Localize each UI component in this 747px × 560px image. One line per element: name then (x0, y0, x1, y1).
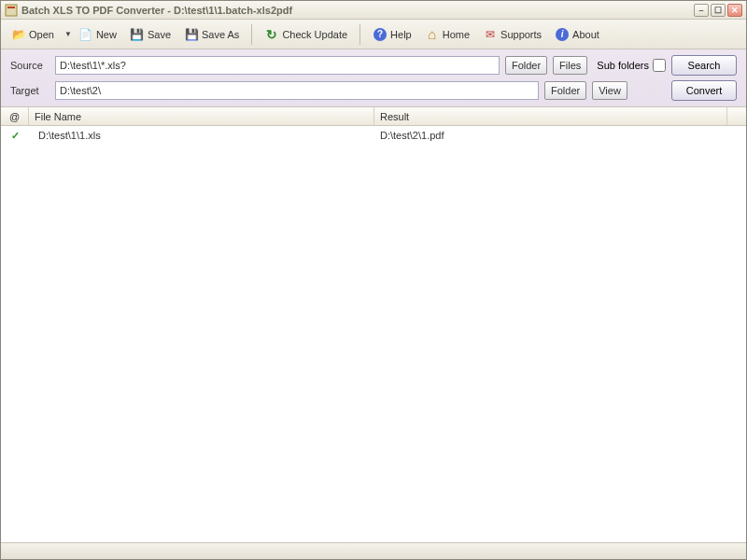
title-bar: Batch XLS TO PDF Converter - D:\test\1\1… (1, 1, 746, 20)
col-header-end (727, 107, 746, 125)
toolbar-separator (359, 24, 360, 45)
source-files-button[interactable]: Files (553, 56, 587, 75)
about-icon (555, 27, 570, 42)
new-button[interactable]: New (74, 24, 121, 45)
home-label: Home (443, 29, 470, 40)
update-icon (264, 27, 279, 42)
search-button[interactable]: Search (671, 55, 737, 76)
new-label: New (96, 29, 117, 40)
col-header-result[interactable]: Result (374, 107, 727, 125)
source-row: Source Folder Files Sub folders Search (10, 55, 737, 76)
svg-rect-1 (7, 7, 15, 8)
col-header-status[interactable]: @ (1, 107, 29, 125)
about-button[interactable]: About (550, 24, 604, 45)
source-folder-button[interactable]: Folder (505, 56, 547, 75)
status-cell: ✓ (1, 128, 29, 144)
check-update-label: Check Update (282, 29, 347, 40)
file-table: @ File Name Result ✓D:\test\1\1.xlsD:\te… (1, 107, 746, 542)
target-folder-button[interactable]: Folder (544, 81, 586, 100)
target-label: Target (10, 85, 49, 96)
home-button[interactable]: Home (420, 24, 474, 45)
table-row[interactable]: ✓D:\test\1\1.xlsD:\test\2\1.pdf (1, 126, 746, 145)
help-label: Help (390, 29, 412, 40)
about-label: About (572, 29, 599, 40)
minimize-button[interactable]: – (694, 4, 709, 17)
new-file-icon (78, 27, 93, 42)
support-icon (483, 27, 498, 42)
window-buttons: – ☐ ✕ (694, 4, 742, 17)
status-bar (1, 542, 746, 559)
source-label: Source (10, 60, 49, 71)
convert-button[interactable]: Convert (671, 80, 737, 101)
open-button[interactable]: Open (7, 24, 59, 45)
col-header-filename[interactable]: File Name (29, 107, 374, 125)
supports-button[interactable]: Supports (478, 24, 546, 45)
target-input[interactable] (55, 81, 539, 100)
sub-folders-group: Sub folders (597, 59, 666, 72)
main-toolbar: Open ▼ New Save Save As Check Update Hel… (1, 20, 746, 49)
target-row: Target Folder View Convert (10, 80, 737, 101)
save-as-label: Save As (202, 29, 239, 40)
maximize-button[interactable]: ☐ (711, 4, 726, 17)
folder-open-icon (11, 27, 26, 42)
table-body: ✓D:\test\1\1.xlsD:\test\2\1.pdf (1, 126, 746, 542)
app-window: Batch XLS TO PDF Converter - D:\test\1\1… (0, 0, 747, 560)
table-header: @ File Name Result (1, 107, 746, 126)
window-title: Batch XLS TO PDF Converter - D:\test\1\1… (21, 5, 694, 16)
source-input[interactable] (55, 56, 500, 75)
check-update-button[interactable]: Check Update (260, 24, 352, 45)
help-icon (373, 27, 388, 42)
file-cell: D:\test\1\1.xls (29, 128, 374, 143)
help-button[interactable]: Help (368, 24, 416, 45)
sub-folders-checkbox[interactable] (653, 59, 666, 72)
save-label: Save (148, 29, 171, 40)
save-button[interactable]: Save (125, 24, 176, 45)
save-as-button[interactable]: Save As (179, 24, 244, 45)
save-as-icon (184, 27, 199, 42)
save-icon (130, 27, 145, 42)
app-icon (5, 4, 18, 17)
svg-rect-0 (6, 5, 17, 16)
open-label: Open (29, 29, 54, 40)
target-view-button[interactable]: View (592, 81, 627, 100)
home-icon (425, 27, 440, 42)
open-dropdown[interactable]: ▼ (63, 30, 70, 38)
result-cell: D:\test\2\1.pdf (374, 128, 746, 143)
close-button[interactable]: ✕ (727, 4, 742, 17)
sub-folders-label: Sub folders (597, 60, 649, 71)
params-panel: Source Folder Files Sub folders Search T… (1, 49, 746, 107)
toolbar-separator (251, 24, 252, 45)
supports-label: Supports (500, 29, 542, 40)
